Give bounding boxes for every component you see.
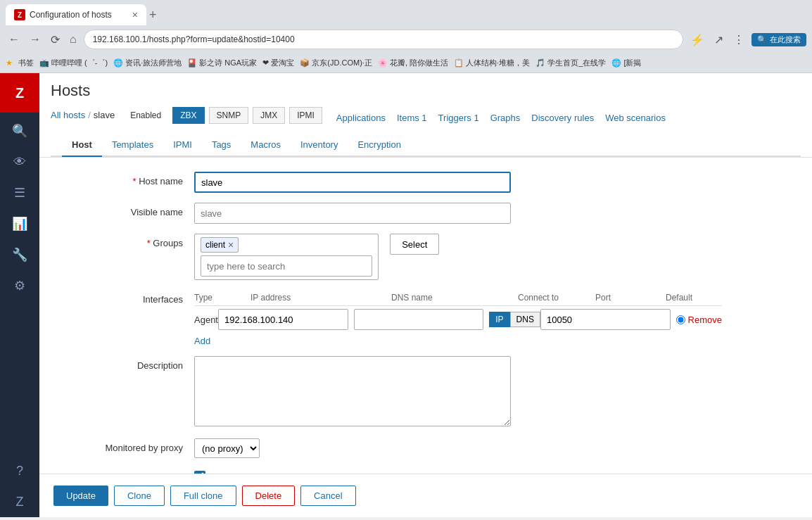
connect-dns-button[interactable]: DNS xyxy=(510,312,540,327)
delete-button[interactable]: Delete xyxy=(242,486,296,506)
group-tag-label: client xyxy=(205,240,225,250)
enabled-label: Enabled xyxy=(53,468,194,474)
full-clone-button[interactable]: Full clone xyxy=(170,486,236,506)
bookmark-shujian[interactable]: 书签 xyxy=(18,58,34,68)
clone-button[interactable]: Clone xyxy=(114,486,165,506)
bookmark-yingzhishi[interactable]: 🎴 影之诗 NGA玩家 xyxy=(187,58,257,68)
interface-agent-row: Agent IP DNS Remove xyxy=(194,306,722,333)
tab-encryption[interactable]: Encryption xyxy=(348,134,410,157)
tab-templates[interactable]: Templates xyxy=(102,134,163,157)
visible-name-label: Visible name xyxy=(53,203,194,217)
select-button[interactable]: Select xyxy=(390,234,439,255)
connect-ip-button[interactable]: IP xyxy=(489,312,509,327)
visible-name-input[interactable] xyxy=(194,203,511,224)
extensions-button[interactable]: ⚡ xyxy=(687,30,707,49)
port-input[interactable] xyxy=(540,309,671,330)
interfaces-row: Interfaces Type IP address DNS name Conn… xyxy=(53,290,784,346)
bookmark-renti[interactable]: 📋 人体结构·堆糖，美 xyxy=(454,58,530,68)
tab-macros[interactable]: Macros xyxy=(241,134,291,157)
proto-tab-ipmi[interactable]: IPMI xyxy=(289,107,322,124)
sidebar-item-gear[interactable]: ⚙ xyxy=(0,270,39,301)
proto-tab-zbx[interactable]: ZBX xyxy=(172,107,204,124)
reload-button[interactable]: ⟳ xyxy=(48,30,63,49)
group-tag-remove[interactable]: × xyxy=(228,239,234,251)
tab-host[interactable]: Host xyxy=(62,134,102,157)
visible-name-row: Visible name xyxy=(53,203,784,224)
sidebar-item-user[interactable]: Z xyxy=(0,486,39,517)
proxy-label: Monitored by proxy xyxy=(53,438,194,453)
tab-favicon: Z xyxy=(14,9,25,20)
nav-link-applications[interactable]: Applications xyxy=(336,113,386,125)
bookmark-zixun[interactable]: 🌐 资讯·旅法师营地 xyxy=(113,58,182,68)
nav-link-graphs[interactable]: Graphs xyxy=(490,113,521,125)
search-extension-icon: 🔍 xyxy=(757,35,767,44)
nav-link-discovery[interactable]: Discovery rules xyxy=(531,113,594,125)
sidebar-item-eye[interactable]: 👁 xyxy=(0,146,39,177)
bookmark-xuesheng[interactable]: 🎵 学生首页_在线学 xyxy=(535,58,606,68)
star-icon: ★ xyxy=(6,58,13,68)
forward-button[interactable]: → xyxy=(27,30,44,49)
share-button[interactable]: ↗ xyxy=(711,30,726,49)
new-tab-button[interactable]: + xyxy=(149,8,157,23)
nav-link-triggers[interactable]: Triggers 1 xyxy=(438,113,479,125)
col-port-header: Port xyxy=(595,293,666,303)
cancel-button[interactable]: Cancel xyxy=(300,486,355,506)
tab-close-icon[interactable]: × xyxy=(132,9,138,20)
agent-label: Agent xyxy=(194,315,218,325)
browser-tab[interactable]: Z Configuration of hosts × xyxy=(6,4,146,25)
groups-control: client × Select xyxy=(194,234,511,280)
groups-row: * Groups client × Sel xyxy=(53,234,784,280)
form-body: * Host name Visible name xyxy=(39,158,812,474)
tab-title: Configuration of hosts xyxy=(30,10,112,20)
breadcrumb-all-hosts[interactable]: All hosts xyxy=(51,110,85,120)
bookmark-taobao[interactable]: ❤ 爱淘宝 xyxy=(262,58,294,68)
menu-button[interactable]: ⋮ xyxy=(730,30,747,49)
proxy-select[interactable]: (no proxy) xyxy=(194,438,260,458)
bookmark-jd[interactable]: 📦 京东(JD.COM)·正 xyxy=(300,58,372,68)
proxy-control: (no proxy) xyxy=(194,438,784,458)
sidebar-item-chart[interactable]: 📊 xyxy=(0,208,39,239)
proto-tab-jmx[interactable]: JMX xyxy=(253,107,285,124)
host-name-row: * Host name xyxy=(53,172,784,193)
address-bar[interactable]: 192.168.100.1/hosts.php?form=update&host… xyxy=(84,30,683,49)
breadcrumb-current: slave xyxy=(94,110,115,120)
description-row: Description xyxy=(53,356,784,429)
sidebar-item-search[interactable]: 🔍 xyxy=(0,115,39,146)
remove-link[interactable]: Remove xyxy=(688,315,722,325)
tab-ipmi[interactable]: IPMI xyxy=(163,134,202,157)
host-name-input[interactable] xyxy=(194,172,511,193)
dns-name-input[interactable] xyxy=(354,309,484,330)
update-button[interactable]: Update xyxy=(53,486,108,506)
nav-link-web[interactable]: Web scenarios xyxy=(605,113,666,125)
sidebar-item-list[interactable]: ☰ xyxy=(0,177,39,208)
protocol-tabs-row: Enabled ZBX SNMP JMX IPMI xyxy=(123,107,322,124)
host-nav-links: Applications Items 1 Triggers 1 Graphs D… xyxy=(336,113,666,125)
home-button[interactable]: ⌂ xyxy=(67,30,80,49)
add-interface-link[interactable]: Add xyxy=(194,336,722,346)
sidebar-item-wrench[interactable]: 🔧 xyxy=(0,239,39,270)
bookmark-xinjie[interactable]: 🌐 [新揭 xyxy=(611,58,641,68)
sidebar-item-support[interactable]: ? xyxy=(0,455,39,486)
visible-name-control xyxy=(194,203,784,224)
breadcrumb: All hosts / slave xyxy=(51,110,115,120)
host-name-label: * Host name xyxy=(53,172,194,186)
description-textarea[interactable] xyxy=(194,356,511,426)
back-button[interactable]: ← xyxy=(6,30,23,49)
groups-label: * Groups xyxy=(53,234,194,248)
interfaces-label: Interfaces xyxy=(53,290,194,305)
tab-tags[interactable]: Tags xyxy=(202,134,241,157)
interfaces-header: Type IP address DNS name Connect to Port… xyxy=(194,290,722,306)
ip-address-input[interactable] xyxy=(218,309,348,330)
proto-tab-snmp[interactable]: SNMP xyxy=(209,107,249,124)
proxy-row: Monitored by proxy (no proxy) xyxy=(53,438,784,458)
groups-input-box[interactable]: client × xyxy=(194,234,379,280)
tab-inventory[interactable]: Inventory xyxy=(291,134,348,157)
page-title: Hosts xyxy=(51,82,801,100)
sidebar: Z 🔍 👁 ☰ 📊 🔧 ⚙ ? Z xyxy=(0,73,39,517)
nav-link-items[interactable]: Items 1 xyxy=(397,113,427,125)
default-radio[interactable] xyxy=(676,315,685,324)
groups-search-input[interactable] xyxy=(201,255,372,277)
bookmark-bilibili[interactable]: 📺 哔哩哔哩 (゜-゜) xyxy=(39,58,108,68)
main-content: Hosts All hosts / slave Enabled ZBX SNMP… xyxy=(39,73,812,517)
bookmark-huaban[interactable]: 🌸 花瓣, 陪你做生活 xyxy=(378,58,448,68)
